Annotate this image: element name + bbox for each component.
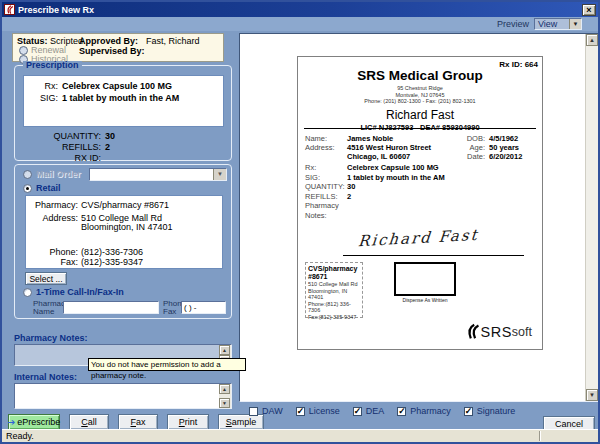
doc-patient-address2: Chicago, IL 60607 [347, 152, 410, 161]
doc-rx-id: Rx ID: 664 [499, 60, 538, 69]
sample-button[interactable]: Sample [218, 414, 264, 430]
scroll-down-icon[interactable]: ▼ [219, 398, 230, 408]
preview-label: Preview [497, 19, 529, 29]
internal-notes-scrollbar[interactable]: ▲ ▼ [219, 384, 231, 408]
scroll-up-icon[interactable]: ▲ [219, 384, 230, 394]
select-pharmacy-button[interactable]: Select ... [25, 272, 67, 285]
pharmacy-address2: Bloomington, IN 47401 [81, 222, 173, 232]
doc-rx-block: Rx:Celebrex Capsule 100 MG SIG:1 tablet … [305, 163, 535, 220]
rx-label: Rx: [24, 80, 58, 92]
chevron-down-icon: ▼ [213, 169, 226, 180]
status-bar: Ready. [2, 429, 598, 442]
sig-value: 1 tablet by mouth in the AM [62, 92, 179, 104]
checkbox-pharmacy[interactable]: Pharmacy [397, 406, 451, 416]
retail-radio[interactable]: Retail [23, 183, 61, 193]
pharmacy-phone-value: (812)-336-7306 [81, 247, 143, 257]
fax-label: Fax [130, 417, 145, 427]
prescription-group-title: Prescription [23, 61, 82, 70]
daw-box [394, 262, 456, 296]
preview-pane: Rx ID: 664 SRS Medical Group 95 Chestnut… [239, 33, 599, 402]
scroll-up-icon[interactable]: ▲ [586, 34, 598, 46]
approved-by-value: Fast, Richard [146, 36, 200, 46]
prescription-summary-box: Rx:Celebrex Capsule 100 MG SIG:1 tablet … [23, 75, 224, 127]
verification-checkbox-row: DAW License DEA Pharmacy Signature [249, 406, 515, 416]
print-label: Print [179, 417, 198, 427]
checkbox-icon[interactable] [397, 407, 406, 416]
doc-patient-dates: DOB:4/5/1962 Age:50 years Date:6/20/2012 [459, 134, 533, 161]
retail-label: Retail [36, 183, 61, 193]
checkbox-icon[interactable] [296, 407, 305, 416]
radio-icon[interactable] [23, 184, 32, 193]
prescription-group: Prescription Rx:Celebrex Capsule 100 MG … [14, 65, 232, 161]
fax-button[interactable]: Fax [118, 414, 158, 430]
quantity-value: 30 [105, 131, 115, 142]
checkbox-signature[interactable]: Signature [464, 406, 516, 416]
internal-notes-label: Internal Notes: [14, 372, 77, 382]
pharmacy-group: Mail Order ▼ Retail Pharmacy:CVS/pharmac… [14, 164, 232, 319]
doc-clinic-name: SRS Medical Group [298, 68, 542, 83]
checkbox-daw-label: DAW [262, 406, 283, 416]
checkbox-icon[interactable] [353, 407, 362, 416]
scroll-down-icon[interactable]: ▼ [586, 389, 598, 401]
status-panel: Status: Scripted Renewal Historical Appr… [12, 33, 224, 62]
status-bar-separator [539, 431, 541, 441]
signature-line [343, 255, 524, 256]
doc-daw-signature-box: Dispense As Written [394, 262, 456, 303]
radio-icon [23, 170, 32, 179]
call-label: Call [81, 417, 97, 427]
mail-order-label: Mail Order [36, 169, 81, 179]
doc-provider-credentials: LIC# NJ827593 - DEA# 859304990 [298, 123, 542, 132]
arrow-right-icon: ➔ [8, 418, 16, 427]
view-dropdown-value: View [535, 19, 569, 29]
approved-by-label: Approved By: [79, 36, 138, 46]
checkbox-icon[interactable] [249, 407, 258, 416]
pharmacy-notes-label: Pharmacy Notes: [14, 333, 88, 343]
supervised-by-label: Supervised By: [79, 46, 145, 56]
checkbox-daw[interactable]: DAW [249, 406, 283, 416]
prescription-document: Rx ID: 664 SRS Medical Group 95 Chestnut… [297, 56, 543, 350]
checkbox-pharmacy-label: Pharmacy [410, 406, 451, 416]
doc-signature: Richard Fast [357, 226, 479, 250]
radio-icon[interactable] [23, 288, 32, 297]
print-button[interactable]: Print [167, 414, 209, 430]
close-icon[interactable]: × [582, 4, 596, 16]
app-logo-icon [4, 4, 15, 15]
doc-patient-address1: 4516 West Huron Street [347, 143, 431, 152]
prescribe-new-rx-window: Prescribe New Rx × Preview View ▼ Status… [0, 0, 600, 444]
mail-order-dropdown: ▼ [89, 168, 227, 181]
daw-caption: Dispense As Written [394, 297, 456, 303]
preview-scrollbar[interactable]: ▲ ▼ [585, 34, 598, 401]
phone-fax-input[interactable]: ( ) - [181, 301, 226, 314]
internal-notes-textarea[interactable]: ▲ ▼ [14, 383, 232, 409]
status-bar-text: Ready. [6, 431, 34, 441]
checkbox-icon[interactable] [464, 407, 473, 416]
rxid-label: RX ID: [15, 153, 101, 164]
pharmacy-value: CVS/pharmacy #8671 [81, 200, 169, 210]
checkbox-dea[interactable]: DEA [353, 406, 385, 416]
checkbox-license-label: License [309, 406, 340, 416]
select-pharmacy-label: Select ... [29, 274, 62, 284]
checkbox-dea-label: DEA [366, 406, 385, 416]
permission-tooltip: You do not have permission to add a phar… [88, 358, 246, 371]
refills-value: 2 [105, 142, 110, 153]
divider [304, 128, 536, 129]
pharmacy-fax-value: (812)-335-9347 [81, 257, 143, 267]
refills-label: REFILLS: [15, 142, 101, 153]
call-button[interactable]: Call [69, 414, 109, 430]
pharmacy-name-input[interactable] [63, 301, 159, 314]
retail-pharmacy-box: Pharmacy:CVS/pharmacy #8671 Address:510 … [25, 195, 223, 269]
sample-label: Sample [226, 417, 257, 427]
eprescribe-label: ePrescribe [17, 417, 60, 427]
window-title: Prescribe New Rx [18, 5, 582, 15]
eprescribe-button[interactable]: ➔ ePrescribe [8, 414, 60, 430]
doc-pharmacy-block: CVS/pharmacy #8671 510 College Mall Rd B… [305, 262, 363, 318]
spacer [26, 222, 78, 232]
doc-provider-name: Richard Fast [298, 108, 542, 122]
checkbox-license[interactable]: License [296, 406, 340, 416]
callin-radio[interactable]: 1-Time Call-In/Fax-In [23, 287, 124, 297]
preview-toolbar: Preview View ▼ [2, 17, 598, 31]
chevron-down-icon[interactable]: ▼ [569, 19, 581, 29]
scroll-up-icon: ▲ [219, 345, 230, 355]
pharmacy-fax-label: Fax: [26, 257, 78, 267]
view-dropdown[interactable]: View ▼ [534, 18, 582, 30]
